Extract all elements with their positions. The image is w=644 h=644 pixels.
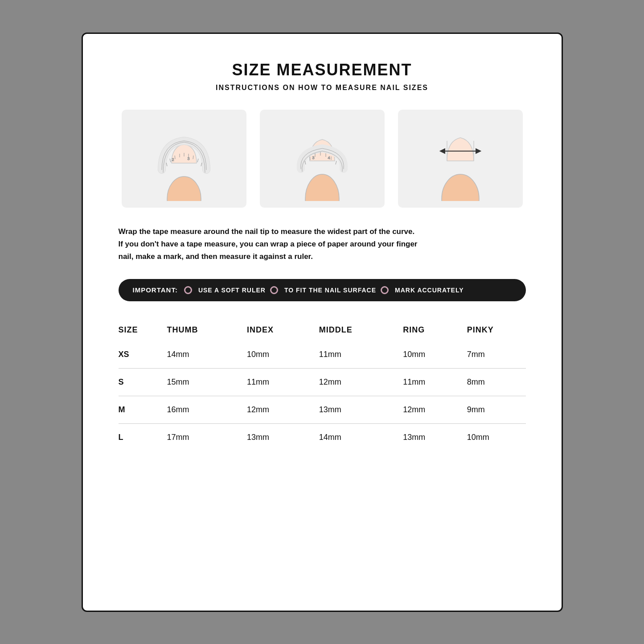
svg-line-2 [170, 159, 171, 162]
svg-marker-26 [440, 149, 445, 153]
important-item-1: USE A SOFT RULER [198, 287, 266, 294]
circle-icon-2 [270, 286, 278, 294]
cell-pinky: 7mm [454, 341, 526, 369]
svg-line-9 [201, 163, 202, 166]
svg-text:2: 2 [172, 157, 174, 162]
svg-line-8 [197, 159, 198, 162]
col-middle: MIDDLE [306, 319, 390, 341]
cell-middle: 13mm [306, 396, 390, 423]
cell-middle: 12mm [306, 368, 390, 396]
col-size: SIZE [119, 319, 154, 341]
col-ring: RING [390, 319, 454, 341]
cell-size: L [119, 423, 154, 451]
cell-thumb: 16mm [154, 396, 234, 423]
cell-thumb: 14mm [154, 341, 234, 369]
svg-marker-27 [476, 149, 480, 153]
cell-pinky: 9mm [454, 396, 526, 423]
col-index: INDEX [234, 319, 306, 341]
illustration-3 [398, 110, 523, 208]
col-thumb: THUMB [154, 319, 234, 341]
svg-point-12 [305, 174, 339, 201]
svg-point-22 [442, 174, 479, 201]
svg-text:3: 3 [312, 156, 314, 160]
cell-middle: 14mm [306, 423, 390, 451]
cell-index: 13mm [234, 423, 306, 451]
svg-point-0 [167, 176, 201, 201]
illustrations-row: 2 3 [119, 110, 526, 208]
table-row: S15mm11mm12mm11mm8mm [119, 368, 526, 396]
svg-text:4: 4 [328, 156, 330, 160]
important-label: IMPORTANT: [133, 286, 178, 294]
important-item-2: TO FIT THE NAIL SURFACE [284, 287, 376, 294]
important-bar: IMPORTANT: USE A SOFT RULER TO FIT THE N… [119, 279, 526, 301]
cell-ring: 12mm [390, 396, 454, 423]
cell-index: 12mm [234, 396, 306, 423]
page-title: SIZE MEASUREMENT [119, 61, 526, 79]
cell-size: XS [119, 341, 154, 369]
cell-ring: 13mm [390, 423, 454, 451]
cell-size: M [119, 396, 154, 423]
cell-ring: 11mm [390, 368, 454, 396]
card: SIZE MEASUREMENT INSTRUCTIONS ON HOW TO … [82, 33, 563, 612]
cell-ring: 10mm [390, 341, 454, 369]
cell-thumb: 17mm [154, 423, 234, 451]
circle-icon-3 [381, 286, 389, 294]
table-row: L17mm13mm14mm13mm10mm [119, 423, 526, 451]
cell-size: S [119, 368, 154, 396]
illustration-2: 3 4 [260, 110, 385, 208]
col-pinky: PINKY [454, 319, 526, 341]
cell-index: 11mm [234, 368, 306, 396]
instructions-text: Wrap the tape measure around the nail ti… [119, 226, 526, 263]
table-row: XS14mm10mm11mm10mm7mm [119, 341, 526, 369]
svg-line-1 [166, 163, 167, 166]
svg-line-19 [336, 161, 336, 164]
circle-icon-1 [184, 286, 192, 294]
table-header-row: SIZE THUMB INDEX MIDDLE RING PINKY [119, 319, 526, 341]
page-subtitle: INSTRUCTIONS ON HOW TO MEASURE NAIL SIZE… [119, 84, 526, 92]
cell-thumb: 15mm [154, 368, 234, 396]
cell-pinky: 10mm [454, 423, 526, 451]
cell-middle: 11mm [306, 341, 390, 369]
size-table: SIZE THUMB INDEX MIDDLE RING PINKY XS14m… [119, 319, 526, 451]
svg-text:3: 3 [187, 156, 189, 161]
cell-pinky: 8mm [454, 368, 526, 396]
illustration-1: 2 3 [122, 110, 246, 208]
cell-index: 10mm [234, 341, 306, 369]
table-row: M16mm12mm13mm12mm9mm [119, 396, 526, 423]
important-item-3: MARK ACCURATELY [395, 287, 464, 294]
